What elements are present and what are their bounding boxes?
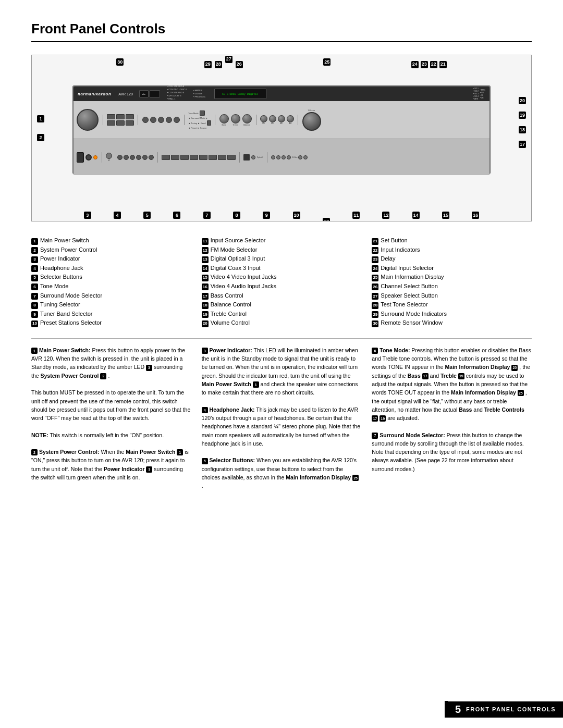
diagram-area: 30 29 28 27 26 25 xyxy=(31,55,532,221)
sel-btn-repr-2 xyxy=(124,155,129,160)
headphone-repr xyxy=(106,153,112,159)
legend-section: 1 Main Power Switch 2 System Power Contr… xyxy=(31,236,532,328)
legend-item-30: 30 Remote Sensor Window xyxy=(372,318,532,328)
tuning-btn-4 xyxy=(190,155,198,160)
divider xyxy=(31,338,532,339)
btn-repr-1 xyxy=(107,114,115,119)
legend-item-5: 5 Selector Buttons xyxy=(31,273,191,282)
label-9: 9 xyxy=(263,212,270,219)
btn-repr-4 xyxy=(107,120,115,126)
tone-mode-repr xyxy=(200,110,205,116)
mix-repr-3 xyxy=(278,115,285,122)
device-diagram: harman/kardon AVR 120 dts • CDX STEREO A… xyxy=(72,85,491,174)
tuning-btn-3 xyxy=(180,155,189,160)
desc-col-2: 3 Power Indicator: This LED will be illu… xyxy=(202,346,362,490)
legend-col-3: 21 Set Button 22 Input Indicators 23 Del… xyxy=(372,236,532,328)
legend-item-3: 3 Power Indicator xyxy=(31,254,191,264)
label-14: 14 xyxy=(412,212,420,219)
legend-item-16: 16 Video 4 Audio Input Jacks xyxy=(202,282,362,291)
label-7: 7 xyxy=(203,212,211,219)
legend-item-13: 13 Digital Optical 3 Input xyxy=(202,254,362,264)
tuning-btn-6 xyxy=(209,155,217,160)
label-21: 21 xyxy=(439,61,447,68)
legend-item-19: 19 Treble Control xyxy=(202,310,362,319)
legend-item-12: 12 FM Mode Selector xyxy=(202,245,362,255)
tuning-btn-5 xyxy=(199,155,207,160)
desc-block-2: 2 System Power Control: When the Main Po… xyxy=(31,448,191,482)
legend-item-18: 18 Balance Control xyxy=(202,300,362,310)
btn-repr-3 xyxy=(126,114,134,119)
label-3: 3 xyxy=(84,212,91,219)
legend-item-14: 14 Digital Coax 3 Input xyxy=(202,264,362,273)
label-28: 28 xyxy=(215,61,222,68)
label-10: 10 xyxy=(293,212,300,219)
label-2: 2 xyxy=(37,134,44,141)
label-20: 20 xyxy=(519,97,526,104)
btn-repr-5 xyxy=(116,120,125,126)
legend-item-26: 26 Channel Select Button xyxy=(372,282,532,291)
label-24: 24 xyxy=(411,61,419,68)
power-switch-repr xyxy=(77,152,84,163)
page-title: Front Panel Controls xyxy=(31,21,532,42)
label-25: 25 xyxy=(323,58,331,66)
sel-btn-repr-4 xyxy=(136,155,141,160)
desc-block-5: 5 Selector Buttons: When you are establi… xyxy=(202,456,362,490)
label-17: 17 xyxy=(519,141,526,148)
desc-block-7: 7 Surround Mode Selector: Press this but… xyxy=(372,431,532,473)
label-12: 12 xyxy=(382,212,389,219)
legend-item-2: 2 System Power Control xyxy=(31,245,191,255)
video-jack-3 xyxy=(282,155,286,159)
round-btn-5 xyxy=(174,117,180,123)
video-jack-4 xyxy=(287,155,291,159)
label-8: 8 xyxy=(233,212,240,219)
label-29: 29 xyxy=(204,61,212,68)
tuning-btn-8 xyxy=(227,155,236,160)
legend-item-9: 9 Tuner Band Selector xyxy=(31,310,191,319)
sel-btn-repr-1 xyxy=(117,155,123,160)
legend-item-17: 17 Bass Control xyxy=(202,291,362,301)
main-display: CD STEREO Dolby Digital xyxy=(222,92,258,95)
label-23: 23 xyxy=(421,61,428,68)
label-16: 16 xyxy=(472,212,479,219)
label-4: 4 xyxy=(114,212,121,219)
round-btn-4 xyxy=(166,117,172,123)
legend-item-20: 20 Volume Control xyxy=(202,318,362,328)
label-5: 5 xyxy=(143,212,151,219)
desc-block-1: 1 Main Power Switch: Press this button t… xyxy=(31,346,191,439)
legend-col-1: 1 Main Power Switch 2 System Power Contr… xyxy=(31,236,191,328)
legend-item-11: 11 Input Source Selector xyxy=(202,236,362,245)
tuning-btn-7 xyxy=(218,155,226,160)
sel-btn-repr-5 xyxy=(142,155,148,160)
video-jack-1 xyxy=(271,155,275,159)
label-13: 13 xyxy=(323,218,330,221)
page-footer: 5 FRONT PANEL CONTROLS xyxy=(445,701,563,718)
label-15: 15 xyxy=(442,212,449,219)
mix-repr-2 xyxy=(269,115,276,122)
digital-input-repr xyxy=(243,154,250,161)
legend-item-6: 6 Tone Mode xyxy=(31,282,191,291)
desc-col-1: 1 Main Power Switch: Press this button t… xyxy=(31,346,191,490)
label-18: 18 xyxy=(519,126,526,133)
legend-item-22: 22 Input Indicators xyxy=(372,245,532,255)
coax-repr xyxy=(251,155,255,159)
legend-item-15: 15 Video 4 Video Input Jacks xyxy=(202,273,362,282)
label-26: 26 xyxy=(236,61,243,68)
label-30: 30 xyxy=(116,58,124,66)
legend-item-25: 25 Main Information Display xyxy=(372,273,532,282)
bass-repr xyxy=(219,114,229,124)
label-27: 27 xyxy=(225,56,232,63)
audio-jack-l xyxy=(298,155,302,159)
legend-item-27: 27 Speaker Select Button xyxy=(372,291,532,301)
mix-repr-4 xyxy=(287,115,294,122)
description-section: 1 Main Power Switch: Press this button t… xyxy=(31,346,532,490)
btn-repr-6 xyxy=(126,120,134,126)
legend-item-29: 29 Surround Mode Indicators xyxy=(372,310,532,319)
volume-knob-repr xyxy=(77,109,99,131)
sel-btn-repr-3 xyxy=(130,155,135,160)
desc-col-3: 6 Tone Mode: Pressing this button enable… xyxy=(372,346,532,490)
desc-block-6: 6 Tone Mode: Pressing this button enable… xyxy=(372,346,532,422)
legend-item-21: 21 Set Button xyxy=(372,236,532,245)
led-repr xyxy=(93,155,97,159)
footer-number: 5 xyxy=(455,704,461,715)
sel-btn-repr-6 xyxy=(149,155,154,160)
